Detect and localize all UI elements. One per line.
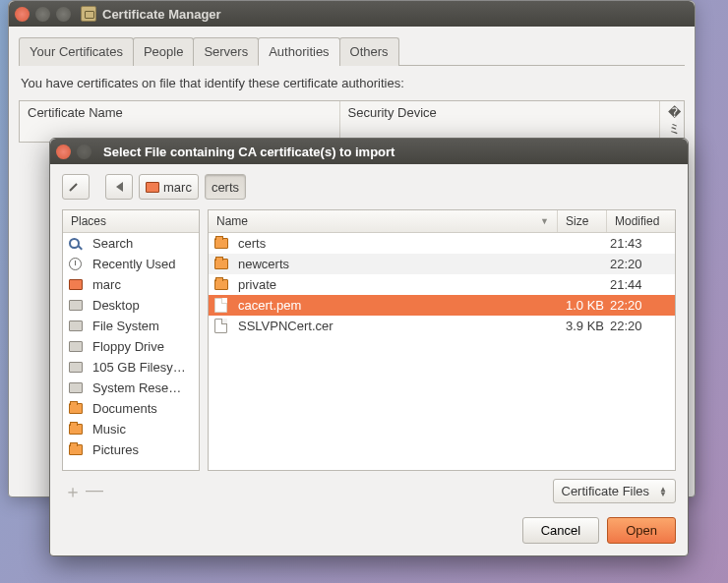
file-modified: 22:20 xyxy=(610,257,669,271)
file-icon xyxy=(214,319,227,333)
tab-your-certificates[interactable]: Your Certificates xyxy=(19,37,134,66)
drive-icon xyxy=(69,341,83,352)
search-icon xyxy=(69,238,80,249)
file-modified: 22:20 xyxy=(610,298,669,313)
file-modified: 21:43 xyxy=(610,236,669,251)
places-item[interactable]: File System xyxy=(63,316,199,336)
places-item-label: Recently Used xyxy=(92,257,193,271)
certificate-table-header: Certificate Name Security Device �ミ xyxy=(19,100,685,143)
places-item-label: 105 GB Filesy… xyxy=(92,360,193,375)
tabs: Your Certificates People Servers Authori… xyxy=(19,36,685,66)
col-name-label: Name xyxy=(216,214,248,228)
file-modified: 22:20 xyxy=(610,319,669,333)
col-modified[interactable]: Modified xyxy=(606,210,675,232)
file-name: SSLVPNCert.cer xyxy=(238,319,549,333)
path-segment-home[interactable]: marc xyxy=(139,174,199,200)
path-segment-current[interactable]: certs xyxy=(205,174,246,200)
places-item[interactable]: Search xyxy=(63,233,199,254)
file-chooser-dialog: Select File containing CA certificate(s)… xyxy=(49,138,689,556)
col-certificate-name[interactable]: Certificate Name xyxy=(20,101,340,142)
file-row[interactable]: private21:44 xyxy=(209,274,675,295)
path-back-button[interactable] xyxy=(105,174,133,200)
col-name[interactable]: Name ▼ xyxy=(209,210,557,232)
file-size: 3.9 KB xyxy=(555,319,604,333)
places-item[interactable]: Pictures xyxy=(63,439,199,460)
col-options-button[interactable]: �ミ xyxy=(660,101,676,142)
folder-icon xyxy=(214,259,228,269)
path-folder-label: certs xyxy=(212,180,239,195)
file-row[interactable]: cacert.pem1.0 KB22:20 xyxy=(209,295,675,316)
edit-path-button[interactable] xyxy=(62,174,90,200)
file-name: certs xyxy=(238,236,549,251)
tab-others[interactable]: Others xyxy=(339,37,399,66)
places-item-label: Floppy Drive xyxy=(92,339,193,354)
places-list[interactable]: SearchRecently UsedmarcDesktopFile Syste… xyxy=(63,233,199,470)
places-item[interactable]: Documents xyxy=(63,398,199,419)
file-name: cacert.pem xyxy=(238,298,549,313)
file-type-filter[interactable]: Certificate Files ▲▼ xyxy=(553,479,677,503)
home-icon xyxy=(69,279,83,290)
window-close-button[interactable] xyxy=(15,7,30,22)
places-item[interactable]: 105 GB Filesy… xyxy=(63,357,199,378)
updown-icon: ▲▼ xyxy=(659,487,667,496)
drive-icon xyxy=(69,300,83,311)
tab-servers[interactable]: Servers xyxy=(193,37,259,66)
cancel-button[interactable]: Cancel xyxy=(522,517,599,544)
folder-icon xyxy=(214,238,228,249)
dialog-title: Select File containing CA certificate(s)… xyxy=(103,145,394,159)
parent-window-title: Certificate Manager xyxy=(102,7,221,22)
dialog-minimize-button[interactable] xyxy=(77,145,91,159)
file-row[interactable]: certs21:43 xyxy=(209,233,675,254)
file-row[interactable]: SSLVPNCert.cer3.9 KB22:20 xyxy=(209,316,675,336)
pencil-icon xyxy=(69,180,83,194)
places-header[interactable]: Places xyxy=(63,210,199,232)
folder-icon xyxy=(69,444,83,455)
file-name: private xyxy=(238,277,549,292)
places-item[interactable]: Desktop xyxy=(63,295,199,316)
col-security-device[interactable]: Security Device xyxy=(340,101,661,142)
folder-icon xyxy=(69,403,83,414)
files-list[interactable]: certs21:43newcerts22:20private21:44cacer… xyxy=(209,233,675,470)
window-maximize-button[interactable] xyxy=(56,7,71,22)
chevron-left-icon xyxy=(116,182,123,192)
tab-authorities[interactable]: Authorities xyxy=(258,37,339,66)
places-item-label: Music xyxy=(92,422,193,437)
file-size: 1.0 KB xyxy=(555,298,604,313)
drive-icon xyxy=(69,382,83,393)
open-button[interactable]: Open xyxy=(607,517,676,544)
dialog-titlebar[interactable]: Select File containing CA certificate(s)… xyxy=(50,139,688,164)
add-bookmark-button[interactable]: ＋ xyxy=(64,480,82,503)
places-item-label: System Rese… xyxy=(92,380,193,395)
window-minimize-button[interactable] xyxy=(35,7,50,22)
file-icon xyxy=(214,298,227,313)
file-row[interactable]: newcerts22:20 xyxy=(209,254,675,274)
filter-label: Certificate Files xyxy=(562,484,650,498)
file-modified: 21:44 xyxy=(610,277,669,292)
dialog-close-button[interactable] xyxy=(56,145,71,159)
places-item-label: Desktop xyxy=(92,298,193,313)
places-item-label: Search xyxy=(92,236,193,251)
tab-people[interactable]: People xyxy=(133,37,194,66)
files-panel: Name ▼ Size Modified certs21:43newcerts2… xyxy=(208,209,676,471)
remove-bookmark-button[interactable]: ― xyxy=(86,480,103,503)
clock-icon xyxy=(69,258,82,270)
panel-resizer[interactable] xyxy=(200,209,208,471)
folder-icon xyxy=(214,279,228,290)
certificate-icon xyxy=(81,6,96,22)
places-item[interactable]: System Rese… xyxy=(63,378,199,398)
col-size[interactable]: Size xyxy=(557,210,606,232)
drive-icon xyxy=(69,362,83,373)
home-icon xyxy=(146,182,159,193)
authorities-info-text: You have certificates on file that ident… xyxy=(21,76,683,90)
drive-icon xyxy=(69,321,83,331)
folder-icon xyxy=(69,424,83,435)
places-item[interactable]: Music xyxy=(63,419,199,439)
path-user-label: marc xyxy=(163,180,192,195)
places-item[interactable]: marc xyxy=(63,274,199,295)
places-item[interactable]: Floppy Drive xyxy=(63,336,199,357)
parent-titlebar[interactable]: Certificate Manager xyxy=(9,1,695,27)
places-item-label: marc xyxy=(92,277,193,292)
places-item-label: Documents xyxy=(92,401,193,416)
places-panel: Places SearchRecently UsedmarcDesktopFil… xyxy=(62,209,200,471)
places-item[interactable]: Recently Used xyxy=(63,254,199,274)
